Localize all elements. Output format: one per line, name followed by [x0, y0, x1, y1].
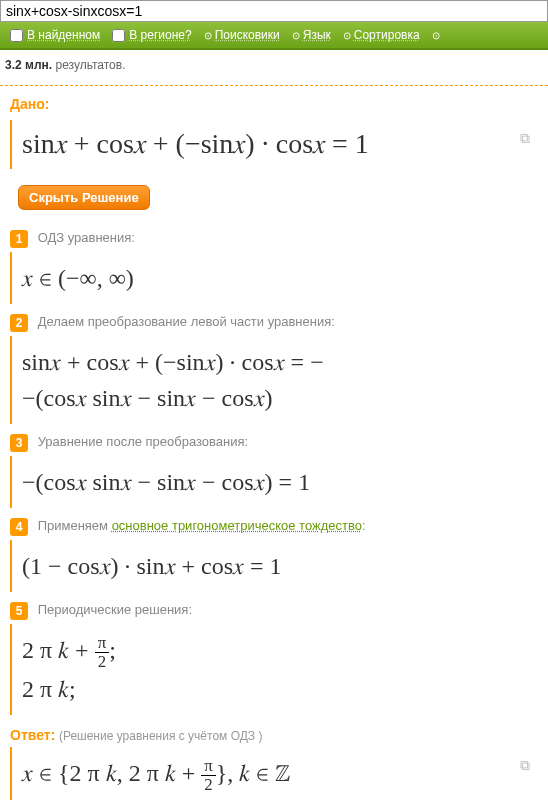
math-line: 2 π 𝑘;	[22, 671, 528, 707]
filter-sorting[interactable]: ⊙ Сортировка	[343, 28, 420, 42]
filter-engines[interactable]: ⊙ Поисковики	[204, 28, 280, 42]
step-title: Делаем преобразование левой части уравне…	[38, 314, 335, 329]
step-4: 4 Применяем основное тригонометрическое …	[10, 518, 538, 592]
divider	[0, 85, 548, 86]
filter-bar: В найденном В регионе? ⊙ Поисковики ⊙ Яз…	[0, 22, 548, 50]
copy-icon[interactable]: ⧉	[520, 130, 530, 147]
math-text: 𝑥 ∈ (−∞, ∞)	[22, 265, 134, 291]
step-formula: (1 − cos𝑥) · sin𝑥 + cos𝑥 = 1	[10, 540, 538, 592]
frac-num: π	[95, 634, 109, 653]
step-2: 2 Делаем преобразование левой части урав…	[10, 314, 538, 424]
text: 𝑥 ∈ {2 π 𝑘, 2 π 𝑘 +	[22, 760, 201, 786]
search-input[interactable]	[0, 0, 548, 22]
math-line: 2 π 𝑘 + π2;	[22, 632, 528, 671]
math-line: −(cos𝑥 sin𝑥 − sin𝑥 − cos𝑥)	[22, 380, 528, 416]
results-count: 3.2 млн. результатов.	[0, 50, 548, 80]
step-formula: −(cos𝑥 sin𝑥 − sin𝑥 − cos𝑥) = 1	[10, 456, 538, 508]
answer-formula: 𝑥 ∈ {2 π 𝑘, 2 π 𝑘 + π2}, 𝑘 ∈ ℤ	[22, 760, 290, 786]
identity-link[interactable]: основное тригонометрическое тождество	[112, 518, 362, 533]
checkbox-in-found[interactable]	[10, 29, 23, 42]
step-number: 2	[10, 314, 28, 332]
fraction: π2	[201, 757, 215, 793]
checkbox-in-region[interactable]	[112, 29, 125, 42]
step-title: Уравнение после преобразования:	[38, 434, 249, 449]
text: 2 π 𝑘 +	[22, 637, 95, 663]
step-title: Периодические решения:	[38, 602, 192, 617]
copy-icon[interactable]: ⧉	[520, 757, 530, 774]
given-label: Дано:	[10, 96, 538, 112]
frac-den: 2	[201, 776, 215, 794]
filter-more[interactable]: ⊙	[432, 28, 443, 42]
chevron-down-icon: ⊙	[292, 30, 300, 41]
chevron-down-icon: ⊙	[432, 30, 440, 41]
answer-label: Ответ:	[10, 727, 55, 743]
step-number: 1	[10, 230, 28, 248]
text: :	[362, 518, 366, 533]
filter-language[interactable]: ⊙ Язык	[292, 28, 331, 42]
filter-label: Поисковики	[215, 28, 280, 42]
math-line: sin𝑥 + cos𝑥 + (−sin𝑥) · cos𝑥 = −	[22, 344, 528, 380]
hide-solution-button[interactable]: Скрыть Решение	[18, 185, 150, 210]
filter-label: Сортировка	[354, 28, 420, 42]
filter-label: В регионе?	[129, 28, 191, 42]
results-count-number: 3.2 млн.	[5, 58, 52, 72]
step-formula: 𝑥 ∈ (−∞, ∞)	[10, 252, 538, 304]
math-text: (1 − cos𝑥) · sin𝑥 + cos𝑥 = 1	[22, 553, 282, 579]
step-title: Применяем основное тригонометрическое то…	[38, 518, 366, 533]
given-formula: sin𝑥 + cos𝑥 + (−sin𝑥) · cos𝑥 = 1	[22, 128, 369, 159]
step-3: 3 Уравнение после преобразования: −(cos𝑥…	[10, 434, 538, 508]
math-text: −(cos𝑥 sin𝑥 − sin𝑥 − cos𝑥) = 1	[22, 469, 310, 495]
filter-label: В найденном	[27, 28, 100, 42]
step-formula: sin𝑥 + cos𝑥 + (−sin𝑥) · cos𝑥 = − −(cos𝑥 …	[10, 336, 538, 424]
step-number: 4	[10, 518, 28, 536]
text: Применяем	[38, 518, 112, 533]
answer-row: Ответ: (Решение уравнения с учётом ОДЗ )	[10, 727, 538, 743]
text: ;	[109, 637, 116, 663]
answer-note: (Решение уравнения с учётом ОДЗ )	[59, 729, 263, 743]
frac-den: 2	[95, 653, 109, 671]
results-count-label: результатов.	[55, 58, 125, 72]
filter-in-region[interactable]: В регионе?	[112, 28, 191, 42]
step-number: 3	[10, 434, 28, 452]
step-number: 5	[10, 602, 28, 620]
frac-num: π	[201, 757, 215, 776]
step-1: 1 ОДЗ уравнения: 𝑥 ∈ (−∞, ∞)	[10, 230, 538, 304]
step-5: 5 Периодические решения: 2 π 𝑘 + π2; 2 π…	[10, 602, 538, 715]
given-formula-block: sin𝑥 + cos𝑥 + (−sin𝑥) · cos𝑥 = 1 ⧉	[10, 120, 538, 169]
answer-formula-block: 𝑥 ∈ {2 π 𝑘, 2 π 𝑘 + π2}, 𝑘 ∈ ℤ ⧉	[10, 747, 538, 800]
step-formula: 2 π 𝑘 + π2; 2 π 𝑘;	[10, 624, 538, 715]
filter-label: Язык	[303, 28, 331, 42]
filter-in-found[interactable]: В найденном	[10, 28, 100, 42]
fraction: π2	[95, 634, 109, 670]
chevron-down-icon: ⊙	[204, 30, 212, 41]
step-title: ОДЗ уравнения:	[38, 230, 135, 245]
chevron-down-icon: ⊙	[343, 30, 351, 41]
text: }, 𝑘 ∈ ℤ	[216, 760, 291, 786]
